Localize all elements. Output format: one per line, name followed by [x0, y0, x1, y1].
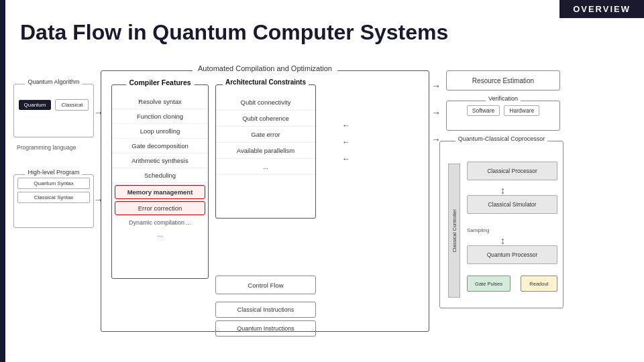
arch-constraints-box: Architectural Constraints Qubit connecti… [215, 84, 316, 219]
arrow-right-5: → [431, 80, 441, 91]
coprocessor-label: Quantum-Classical Coprocessor [455, 135, 548, 142]
gate-pulses-box: Gate Pulses [467, 276, 511, 292]
banner-text: OVERVIEW [573, 4, 631, 14]
quantum-algo-box: Quantum Algorithm Quantum Classical [13, 84, 94, 137]
overview-banner: OVERVIEW [559, 0, 644, 18]
compiler-item-memory-mgmt: Memory management [115, 185, 205, 199]
page-title: Data Flow in Quantum Computer Systems [20, 20, 448, 45]
compiler-item-gate-decomp: Gate decomposition [112, 139, 208, 154]
compiler-item-function-cloning: Function cloning [112, 109, 208, 124]
coprocessor-box: Quantum-Classical Coprocessor Classical … [439, 141, 564, 308]
auto-compile-label: Automated Compilation and Optimization [193, 64, 337, 72]
arrow-left-1: ← [342, 121, 350, 130]
readout-box: Readout [521, 276, 557, 292]
compiler-features-label: Compiler Features [125, 78, 194, 86]
classical-syntax-btn[interactable]: Classical Syntax [17, 192, 90, 203]
compiler-dots: ... [112, 228, 208, 241]
arch-item-gate-error: Gate error [216, 127, 315, 143]
left-accent-bar [0, 0, 5, 362]
arrow-right-1: → [94, 107, 103, 118]
arch-item-dots: ... [216, 159, 315, 175]
quantum-instructions-box: Quantum Instructions [215, 320, 316, 337]
high-level-label: High-level Program [25, 169, 82, 176]
software-verif: Software [467, 105, 500, 116]
classical-processor-box: Classical Processor [467, 162, 557, 180]
quantum-syntax-btn[interactable]: Quantum Syntax [17, 178, 90, 189]
arrow-down-1: ↕ [500, 185, 505, 196]
hardware-verif: Hardware [504, 105, 539, 116]
quantum-button[interactable]: Quantum [19, 100, 52, 110]
sampling-label: Sampling [467, 227, 489, 233]
diagram-container: Quantum Algorithm Quantum Classical Prog… [13, 64, 637, 355]
classical-controller-text: Classical Controller [451, 209, 458, 253]
arrow-right-3: → [431, 134, 441, 145]
compiler-item-scheduling: Scheduling [112, 168, 208, 183]
compiler-item-loop-unrolling: Loop unrolling [112, 124, 208, 139]
classical-simulator-box: Classical Simulator [467, 195, 557, 214]
classical-button[interactable]: Classical [55, 99, 89, 111]
arch-item-parallelism: Available parallelism [216, 143, 315, 159]
classical-controller: Classical Controller [448, 164, 460, 298]
verification-label: Verification [486, 95, 521, 102]
compiler-item-resolve-syntax: Resolve syntax [112, 95, 208, 109]
arch-item-qubit-conn: Qubit connectivity [216, 95, 315, 111]
prog-lang-label: Programming language [17, 144, 76, 151]
compiler-features-box: Compiler Features Resolve syntax Functio… [111, 84, 209, 279]
compiler-item-error-correction: Error correction [115, 201, 205, 215]
compiler-item-arith-synth: Arithmetic synthesis [112, 154, 208, 168]
arch-constraints-label: Architectural Constraints [223, 78, 309, 86]
high-level-box: High-level Program Quantum Syntax Classi… [13, 174, 94, 228]
quantum-algo-label: Quantum Algorithm [25, 78, 82, 85]
arch-item-qubit-coherence: Qubit coherence [216, 111, 315, 127]
arrow-right-4: → [431, 107, 441, 118]
auto-compile-box: Automated Compilation and Optimization C… [101, 70, 429, 332]
resource-estimation-box: Resource Estimation [446, 70, 560, 90]
compiler-item-dynamic: Dynamic compilation ... [112, 217, 208, 228]
arrow-left-2: ← [342, 137, 350, 147]
arrow-down-2: ↕ [500, 235, 505, 246]
arrow-right-2: → [94, 194, 103, 205]
quantum-processor-box: Quantum Processor [467, 245, 557, 264]
verification-box: Verification Software Hardware [446, 101, 560, 131]
arrow-left-3: ← [342, 154, 350, 164]
classical-instructions-box: Classical Instructions [215, 302, 316, 318]
control-flow-box: Control Flow [215, 276, 316, 294]
